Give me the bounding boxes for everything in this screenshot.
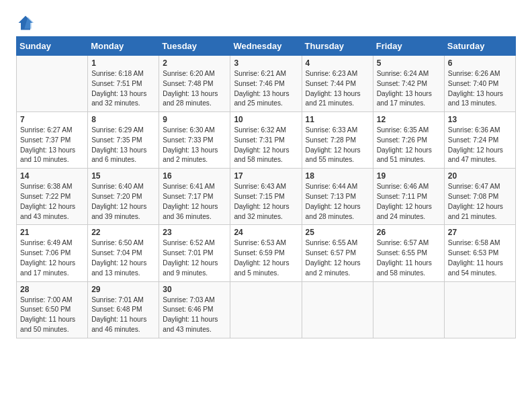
cell-content: Sunrise: 6:32 AM Sunset: 7:31 PM Dayligh… [234,126,298,165]
calendar-cell: 1Sunrise: 6:18 AM Sunset: 7:51 PM Daylig… [88,56,159,112]
day-number: 16 [163,171,226,181]
cell-content: Sunrise: 7:00 AM Sunset: 6:50 PM Dayligh… [20,295,84,335]
day-number: 21 [20,228,84,237]
day-number: 28 [20,285,84,294]
calendar-cell: 25Sunrise: 6:55 AM Sunset: 6:57 PM Dayli… [302,225,373,281]
calendar-cell: 10Sunrise: 6:32 AM Sunset: 7:31 PM Dayli… [230,112,302,169]
calendar-cell: 23Sunrise: 6:52 AM Sunset: 7:01 PM Dayli… [159,225,230,281]
cell-content: Sunrise: 6:20 AM Sunset: 7:48 PM Dayligh… [163,69,226,109]
day-number: 2 [163,58,226,68]
week-row-1: 1Sunrise: 6:18 AM Sunset: 7:51 PM Daylig… [17,56,516,112]
calendar-cell: 21Sunrise: 6:49 AM Sunset: 7:06 PM Dayli… [17,225,88,281]
calendar-cell [302,281,373,338]
cell-content: Sunrise: 6:29 AM Sunset: 7:35 PM Dayligh… [91,126,155,165]
calendar-cell: 27Sunrise: 6:58 AM Sunset: 6:53 PM Dayli… [444,225,515,281]
day-number: 19 [377,171,441,181]
day-number: 22 [91,228,155,237]
calendar-cell [17,56,88,112]
calendar-header: SundayMondayTuesdayWednesdayThursdayFrid… [17,37,516,56]
calendar-cell: 29Sunrise: 7:01 AM Sunset: 6:48 PM Dayli… [88,281,159,338]
day-number: 11 [306,115,369,124]
day-number: 17 [234,171,298,181]
day-number: 29 [91,285,155,294]
cell-content: Sunrise: 6:57 AM Sunset: 6:55 PM Dayligh… [377,238,441,278]
week-row-5: 28Sunrise: 7:00 AM Sunset: 6:50 PM Dayli… [17,281,516,338]
day-number: 30 [163,285,226,294]
calendar-cell: 18Sunrise: 6:44 AM Sunset: 7:13 PM Dayli… [302,169,373,225]
cell-content: Sunrise: 6:36 AM Sunset: 7:24 PM Dayligh… [448,126,512,165]
day-number: 18 [306,171,369,181]
calendar-cell: 20Sunrise: 6:47 AM Sunset: 7:08 PM Dayli… [444,169,515,225]
calendar-cell: 6Sunrise: 6:26 AM Sunset: 7:40 PM Daylig… [444,56,515,112]
page-header [16,13,516,32]
calendar-cell: 30Sunrise: 7:03 AM Sunset: 6:46 PM Dayli… [159,281,230,338]
logo [16,13,38,32]
calendar-cell: 9Sunrise: 6:30 AM Sunset: 7:33 PM Daylig… [159,112,230,169]
header-day-sunday: Sunday [17,37,88,56]
header-day-tuesday: Tuesday [159,37,230,56]
cell-content: Sunrise: 6:50 AM Sunset: 7:04 PM Dayligh… [91,238,155,278]
cell-content: Sunrise: 6:43 AM Sunset: 7:15 PM Dayligh… [234,182,298,222]
day-number: 1 [91,58,155,68]
header-day-saturday: Saturday [444,37,515,56]
day-number: 13 [448,115,512,124]
day-number: 27 [448,228,512,237]
cell-content: Sunrise: 6:44 AM Sunset: 7:13 PM Dayligh… [306,182,369,222]
calendar-cell: 12Sunrise: 6:35 AM Sunset: 7:26 PM Dayli… [373,112,444,169]
day-number: 7 [20,115,84,124]
day-number: 15 [91,171,155,181]
calendar-cell: 4Sunrise: 6:23 AM Sunset: 7:44 PM Daylig… [302,56,373,112]
calendar-cell: 8Sunrise: 6:29 AM Sunset: 7:35 PM Daylig… [88,112,159,169]
calendar-cell: 24Sunrise: 6:53 AM Sunset: 6:59 PM Dayli… [230,225,302,281]
day-number: 14 [20,171,84,181]
day-number: 4 [306,58,369,68]
day-number: 10 [234,115,298,124]
day-number: 3 [234,58,298,68]
calendar-table: SundayMondayTuesdayWednesdayThursdayFrid… [16,36,516,338]
header-day-monday: Monday [88,37,159,56]
cell-content: Sunrise: 6:58 AM Sunset: 6:53 PM Dayligh… [448,238,512,278]
header-day-wednesday: Wednesday [230,37,302,56]
day-number: 12 [377,115,441,124]
calendar-cell: 22Sunrise: 6:50 AM Sunset: 7:04 PM Dayli… [88,225,159,281]
calendar-cell: 17Sunrise: 6:43 AM Sunset: 7:15 PM Dayli… [230,169,302,225]
cell-content: Sunrise: 6:35 AM Sunset: 7:26 PM Dayligh… [377,126,441,165]
cell-content: Sunrise: 7:01 AM Sunset: 6:48 PM Dayligh… [91,295,155,335]
cell-content: Sunrise: 6:18 AM Sunset: 7:51 PM Dayligh… [91,69,155,109]
day-number: 20 [448,171,512,181]
cell-content: Sunrise: 6:24 AM Sunset: 7:42 PM Dayligh… [377,69,441,109]
cell-content: Sunrise: 6:49 AM Sunset: 7:06 PM Dayligh… [20,238,84,278]
day-number: 24 [234,228,298,237]
calendar-cell: 28Sunrise: 7:00 AM Sunset: 6:50 PM Dayli… [17,281,88,338]
cell-content: Sunrise: 6:21 AM Sunset: 7:46 PM Dayligh… [234,69,298,109]
calendar-cell: 11Sunrise: 6:33 AM Sunset: 7:28 PM Dayli… [302,112,373,169]
cell-content: Sunrise: 6:26 AM Sunset: 7:40 PM Dayligh… [448,69,512,109]
cell-content: Sunrise: 6:53 AM Sunset: 6:59 PM Dayligh… [234,238,298,278]
cell-content: Sunrise: 6:38 AM Sunset: 7:22 PM Dayligh… [20,182,84,222]
cell-content: Sunrise: 7:03 AM Sunset: 6:46 PM Dayligh… [163,295,226,335]
cell-content: Sunrise: 6:27 AM Sunset: 7:37 PM Dayligh… [20,126,84,165]
calendar-cell: 7Sunrise: 6:27 AM Sunset: 7:37 PM Daylig… [17,112,88,169]
day-number: 26 [377,228,441,237]
cell-content: Sunrise: 6:23 AM Sunset: 7:44 PM Dayligh… [306,69,369,109]
cell-content: Sunrise: 6:33 AM Sunset: 7:28 PM Dayligh… [306,126,369,165]
day-number: 25 [306,228,369,237]
header-day-thursday: Thursday [302,37,373,56]
calendar-cell: 26Sunrise: 6:57 AM Sunset: 6:55 PM Dayli… [373,225,444,281]
week-row-4: 21Sunrise: 6:49 AM Sunset: 7:06 PM Dayli… [17,225,516,281]
cell-content: Sunrise: 6:41 AM Sunset: 7:17 PM Dayligh… [163,182,226,222]
calendar-cell [444,281,515,338]
cell-content: Sunrise: 6:52 AM Sunset: 7:01 PM Dayligh… [163,238,226,278]
week-row-2: 7Sunrise: 6:27 AM Sunset: 7:37 PM Daylig… [17,112,516,169]
header-day-friday: Friday [373,37,444,56]
calendar-cell [373,281,444,338]
calendar-cell: 3Sunrise: 6:21 AM Sunset: 7:46 PM Daylig… [230,56,302,112]
calendar-cell: 14Sunrise: 6:38 AM Sunset: 7:22 PM Dayli… [17,169,88,225]
calendar-cell [230,281,302,338]
cell-content: Sunrise: 6:47 AM Sunset: 7:08 PM Dayligh… [448,182,512,222]
week-row-3: 14Sunrise: 6:38 AM Sunset: 7:22 PM Dayli… [17,169,516,225]
day-number: 9 [163,115,226,124]
day-number: 6 [448,58,512,68]
calendar-cell: 13Sunrise: 6:36 AM Sunset: 7:24 PM Dayli… [444,112,515,169]
cell-content: Sunrise: 6:30 AM Sunset: 7:33 PM Dayligh… [163,126,226,165]
